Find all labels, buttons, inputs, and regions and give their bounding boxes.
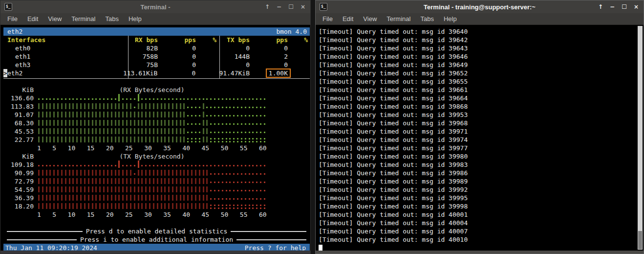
rx-bps-value: 758B <box>127 52 158 61</box>
menu-item-help[interactable]: Help <box>124 13 147 25</box>
left-menubar: FileEditViewTerminalTabsHelp <box>0 13 310 25</box>
interface-row-eth3[interactable]: eth375B000 <box>3 61 310 69</box>
terminal-line: [Timeout] Query timed out: msg id 39646 <box>319 52 644 61</box>
rx-pps-value: 0 <box>157 69 195 77</box>
graph-row: 45.53 <box>3 127 310 136</box>
terminal-line: [Timeout] Query timed out: msg id 40010 <box>319 235 644 244</box>
y-axis-label: 109.18 <box>3 161 34 169</box>
menu-item-file[interactable]: File <box>318 13 338 25</box>
terminal-line: [Timeout] Query timed out: msg id 39971 <box>319 127 644 136</box>
interface-table: Interfaces RX bps pps % TX bps pps % eth… <box>3 36 310 79</box>
rx-bytes-graph: KiB(RX Bytes/second)136.60113.8391.0768.… <box>3 86 310 152</box>
menu-item-help[interactable]: Help <box>439 13 462 25</box>
tx-pps-value: 0 <box>250 61 288 69</box>
maximize-icon[interactable]: ☐ <box>288 3 294 10</box>
y-axis-label: 36.39 <box>3 194 34 202</box>
window-bottom-border <box>316 251 644 254</box>
interface-row-eth1[interactable]: eth1758B0144B2 <box>3 52 310 61</box>
interface-name: eth2 <box>7 69 123 77</box>
window-bottom-border <box>0 251 310 254</box>
y-axis-label: 68.30 <box>3 119 34 127</box>
rx-bps-value: 82B <box>127 44 158 52</box>
terminal-line: [Timeout] Query timed out: msg id 39998 <box>319 202 644 210</box>
menu-item-edit[interactable]: Edit <box>22 13 43 25</box>
graph-row: 54.59 <box>3 185 310 194</box>
terminal-line: [Timeout] Query timed out: msg id 39989 <box>319 177 644 185</box>
row-selection-cursor <box>3 44 7 52</box>
graph-title: (TX Bytes/second) <box>37 152 267 161</box>
menu-item-view[interactable]: View <box>43 13 66 25</box>
minimize-icon[interactable]: − <box>610 3 615 10</box>
terminal-line: [Timeout] Query timed out: msg id 39643 <box>319 44 644 52</box>
tx-bps-value: 91.47KiB <box>219 69 250 77</box>
row-selection-cursor: > <box>3 69 7 77</box>
minimize-icon[interactable]: − <box>277 3 281 10</box>
terminal-line: [Timeout] Query timed out: msg id 39652 <box>319 69 644 77</box>
right-menubar: FileEditViewTerminalTabsHelp <box>316 13 644 25</box>
graph-row: 68.30 <box>3 119 310 127</box>
column-separator <box>219 36 220 78</box>
menu-item-file[interactable]: File <box>2 13 22 25</box>
close-icon[interactable]: × <box>634 3 639 10</box>
shade-icon[interactable]: ↑ <box>265 3 270 10</box>
graph-row: 36.39 <box>3 194 310 202</box>
interface-row-eth2[interactable]: >eth2113.61KiB091.47KiB1.00K <box>3 69 310 77</box>
row-selection-cursor <box>3 61 7 69</box>
menu-item-terminal[interactable]: Terminal <box>382 13 415 25</box>
terminal-line: [Timeout] Query timed out: msg id 39868 <box>319 102 644 111</box>
terminal-line: [Timeout] Query timed out: msg id 39664 <box>319 94 644 102</box>
y-axis-label: 18.20 <box>3 202 34 210</box>
menu-item-tabs[interactable]: Tabs <box>100 13 123 25</box>
rx-bps-value: 75B <box>127 61 158 69</box>
terminal-line: [Timeout] Query timed out: msg id 39977 <box>319 144 644 152</box>
right-window-controls: ↑ − ☐ × <box>598 0 639 13</box>
left-titlebar[interactable]: $_ Terminal - ↑ − ☐ × <box>0 0 310 13</box>
graph-x-axis: 1 5 10 15 20 25 30 35 40 45 50 55 60 <box>3 210 310 219</box>
terminal-line: [Timeout] Query timed out: msg id 39655 <box>319 77 644 86</box>
menu-item-tabs[interactable]: Tabs <box>415 13 438 25</box>
scrollbar-thumb[interactable] <box>638 231 642 249</box>
terminal-app-icon: $_ <box>4 3 12 11</box>
rx-pps-value: 0 <box>158 52 196 61</box>
graph-row: 18.20 <box>3 202 310 210</box>
interface-row-eth0[interactable]: eth082B000 <box>3 44 310 52</box>
terminal-line: [Timeout] Query timed out: msg id 39968 <box>319 119 644 127</box>
scrollbar-track[interactable] <box>638 26 643 250</box>
maximize-icon[interactable]: ☐ <box>622 3 627 10</box>
terminal-line: [Timeout] Query timed out: msg id 39995 <box>319 194 644 202</box>
tx-pps-value: 0 <box>250 44 288 52</box>
terminal-line: [Timeout] Query timed out: msg id 39642 <box>319 36 644 44</box>
row-selection-cursor <box>3 52 7 61</box>
terminal-line: [Timeout] Query timed out: msg id 40007 <box>319 227 644 235</box>
graph-unit: KiB <box>3 152 34 161</box>
col-interfaces: Interfaces <box>7 36 127 44</box>
terminal-output[interactable]: [Timeout] Query timed out: msg id 39640[… <box>316 25 644 252</box>
terminal-line: [Timeout] Query timed out: msg id 39980 <box>319 152 644 161</box>
left-window-title: Terminal - <box>0 3 310 11</box>
y-axis-label: 72.79 <box>3 177 34 185</box>
right-window-title: Terminal - training@support-server:~ <box>316 3 644 11</box>
menu-item-view[interactable]: View <box>358 13 382 25</box>
shade-icon[interactable]: ↑ <box>598 3 603 10</box>
terminal-line: [Timeout] Query timed out: msg id 39661 <box>319 86 644 94</box>
y-axis-label: 136.60 <box>3 94 34 102</box>
col-rx-pct: % <box>196 36 216 44</box>
bmon-version: bmon 4.0 <box>276 27 307 36</box>
menu-item-terminal[interactable]: Terminal <box>66 13 100 25</box>
menu-item-edit[interactable]: Edit <box>338 13 358 25</box>
terminal-line: [Timeout] Query timed out: msg id 39986 <box>319 169 644 177</box>
y-axis-label: 90.99 <box>3 169 34 177</box>
interface-table-header: Interfaces RX bps pps % TX bps pps % <box>3 36 310 44</box>
terminal-line: [Timeout] Query timed out: msg id 39974 <box>319 136 644 144</box>
graph-row: 109.18 <box>3 161 310 169</box>
bmon-screen[interactable]: eth2 bmon 4.0 Interfaces RX bps pps % TX… <box>0 25 310 252</box>
close-icon[interactable]: × <box>301 3 305 10</box>
graph-title-row: KiB(RX Bytes/second) <box>3 86 310 94</box>
col-tx-pps: pps <box>250 36 288 44</box>
right-titlebar[interactable]: $_ Terminal - training@support-server:~ … <box>316 0 644 13</box>
terminal-line: [Timeout] Query timed out: msg id 40001 <box>319 210 644 219</box>
bmon-selected-interface: eth2 <box>7 27 22 36</box>
x-axis-labels: 1 5 10 15 20 25 30 35 40 45 50 55 60 <box>37 144 267 152</box>
hint-detailed-statistics: Press d to enable detailed statistics <box>3 227 310 235</box>
rx-pps-value: 0 <box>158 44 196 52</box>
